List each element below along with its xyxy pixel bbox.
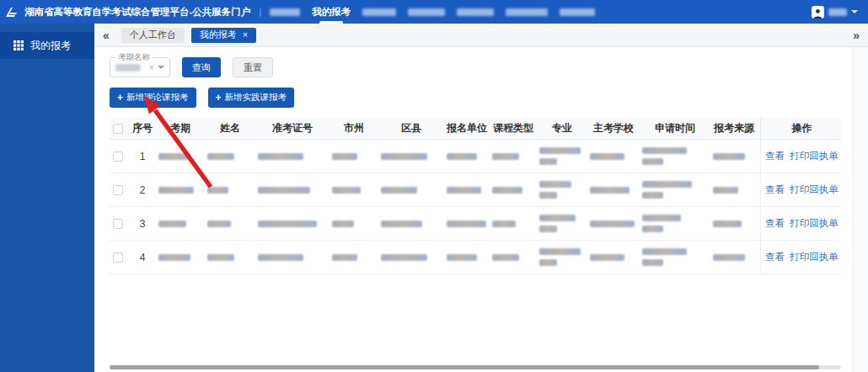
column-header: 申请时间 — [642, 118, 713, 139]
redacted-text — [642, 158, 663, 165]
redacted-text — [332, 254, 357, 261]
redacted-text — [258, 153, 303, 160]
redacted-text — [539, 181, 571, 188]
redacted-text — [332, 221, 354, 227]
sidebar-item-my-registration[interactable]: 我的报考 — [0, 32, 94, 59]
print-receipt-link[interactable]: 打印回执单 — [790, 251, 839, 263]
redacted-text — [381, 221, 422, 227]
redacted-text — [207, 254, 234, 261]
redacted-text — [492, 153, 519, 160]
nav-item-redacted[interactable] — [560, 8, 595, 16]
tab-my-registration[interactable]: 我的报考 × — [191, 28, 256, 43]
redacted-text — [713, 153, 745, 160]
redacted-text — [447, 153, 477, 160]
top-bar: 湖南省高等教育自学考试综合管理平台-公共服务门户 | 我的报考 — [0, 0, 868, 24]
add-practice-course-button[interactable]: + 新增实践课报考 — [208, 88, 295, 108]
cell-redacted — [539, 241, 590, 274]
row-checkbox[interactable] — [113, 252, 123, 263]
redacted-text — [539, 158, 557, 165]
expand-tabs-icon[interactable]: » — [853, 29, 860, 41]
print-receipt-link[interactable]: 打印回执单 — [790, 183, 839, 196]
cell-redacted — [332, 140, 381, 173]
redacted-text — [447, 221, 486, 227]
redacted-text — [492, 254, 519, 261]
redacted-text — [642, 259, 663, 266]
registration-table: 序号考期姓名准考证号市州区县报名单位课程类型专业主考学校申请时间报考来源操作 1… — [110, 118, 841, 274]
nav-item-redacted[interactable] — [362, 8, 396, 16]
exam-period-select[interactable]: 考期名称 × — [110, 57, 170, 77]
cell-redacted — [713, 173, 760, 206]
table-row: 3查看打印回执单 — [110, 207, 841, 241]
redacted-text — [642, 226, 663, 232]
cell-redacted — [381, 140, 447, 173]
print-receipt-link[interactable]: 打印回执单 — [790, 150, 839, 162]
redacted-text — [258, 187, 310, 194]
cell-redacted — [492, 207, 539, 240]
nav-item-redacted[interactable] — [270, 8, 300, 16]
cell-actions: 查看打印回执单 — [760, 173, 841, 206]
redacted-text — [642, 192, 663, 199]
nav-item-redacted[interactable] — [457, 8, 494, 16]
nav-item-redacted[interactable] — [408, 8, 445, 16]
cell-redacted — [713, 241, 760, 274]
redacted-text — [381, 187, 417, 194]
row-checkbox[interactable] — [113, 151, 123, 162]
select-all-checkbox[interactable] — [113, 124, 123, 134]
user-menu[interactable] — [812, 6, 858, 19]
cell-redacted — [590, 140, 642, 173]
view-link[interactable]: 查看 — [765, 217, 785, 230]
nav-item-my-registration[interactable]: 我的报考 — [312, 0, 351, 24]
row-checkbox[interactable] — [113, 185, 123, 195]
redacted-text — [539, 215, 576, 221]
print-receipt-link[interactable]: 打印回执单 — [790, 217, 839, 230]
add-theory-course-label: 新增理论课报考 — [126, 92, 189, 104]
chevron-down-icon — [851, 10, 858, 13]
cell-redacted — [207, 140, 258, 173]
cell-redacted — [332, 241, 381, 274]
view-link[interactable]: 查看 — [765, 251, 785, 263]
close-tab-icon[interactable]: × — [243, 30, 248, 40]
select-caret-icon — [158, 66, 164, 69]
add-theory-course-button[interactable]: + 新增理论课报考 — [110, 88, 196, 108]
cell-redacted — [539, 173, 590, 206]
top-nav: 我的报考 — [270, 0, 595, 24]
clear-select-icon[interactable]: × — [149, 63, 154, 72]
nav-item-redacted[interactable] — [506, 8, 548, 16]
redacted-text — [642, 248, 687, 255]
redacted-text — [207, 221, 231, 227]
redacted-text — [539, 259, 557, 266]
query-button[interactable]: 查询 — [182, 57, 221, 77]
cell-redacted — [642, 173, 713, 206]
grid-icon — [13, 40, 24, 50]
filter-row: 考期名称 × 查询 重置 — [110, 57, 868, 77]
view-link[interactable]: 查看 — [765, 150, 785, 162]
username-redacted — [828, 8, 847, 16]
redacted-text — [492, 187, 522, 194]
cell-actions: 查看打印回执单 — [760, 140, 841, 173]
site-title: 湖南省高等教育自学考试综合管理平台-公共服务门户 — [24, 6, 250, 19]
table-header-row: 序号考期姓名准考证号市州区县报名单位课程类型专业主考学校申请时间报考来源操作 — [110, 118, 841, 140]
redacted-text — [258, 254, 303, 261]
column-header: 序号 — [131, 118, 158, 139]
redacted-text — [642, 215, 681, 221]
tab-personal-workbench[interactable]: 个人工作台 — [121, 28, 185, 43]
column-header: 姓名 — [207, 118, 258, 139]
tab-strip: « 个人工作台 我的报考 × » — [94, 24, 868, 47]
redacted-text — [590, 254, 624, 261]
redacted-text — [158, 254, 190, 261]
horizontal-scrollbar-thumb[interactable] — [110, 365, 819, 369]
redacted-text — [158, 153, 190, 160]
collapse-tabs-icon[interactable]: « — [103, 29, 110, 41]
cell-redacted — [258, 207, 332, 240]
row-checkbox[interactable] — [113, 219, 123, 229]
cell-redacted — [258, 173, 332, 206]
reset-button[interactable]: 重置 — [233, 57, 273, 77]
cell-redacted — [207, 173, 258, 206]
redacted-text — [539, 147, 581, 154]
cell-redacted — [258, 140, 332, 173]
exam-period-value-redacted — [115, 64, 141, 72]
view-link[interactable]: 查看 — [765, 183, 785, 196]
sidebar: 我的报考 — [0, 24, 94, 372]
column-header: 考期 — [158, 118, 207, 139]
redacted-text — [590, 221, 635, 227]
